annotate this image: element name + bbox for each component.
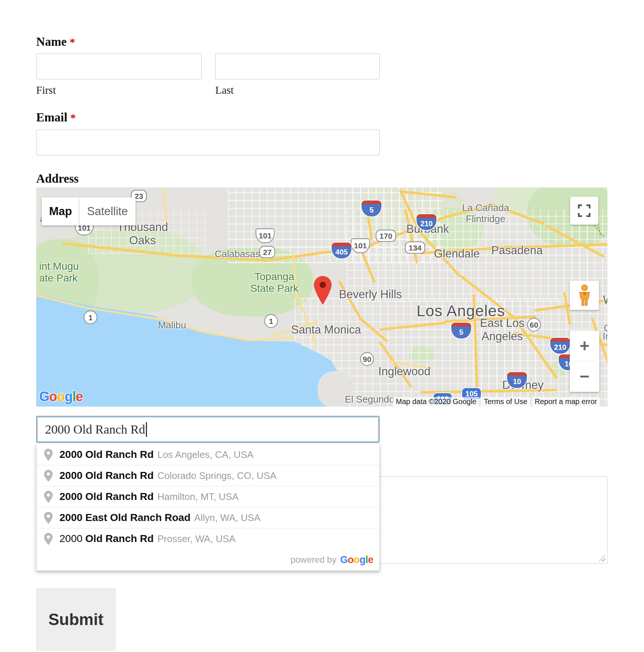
zoom-control: + − xyxy=(570,331,599,392)
name-field-label: Name* xyxy=(36,35,75,49)
places-autocomplete-dropdown: 2000 Old Ranch RdLos Angeles, CA, USA200… xyxy=(36,444,380,571)
address-input-value: 2000 Old Ranch Rd xyxy=(45,422,145,437)
suggestion-main-text: 2000 Old Ranch Rd xyxy=(59,470,154,482)
powered-by-google-row: powered by Google xyxy=(37,549,379,570)
autocomplete-suggestion[interactable]: 2000 Old Ranch RdProsser, WA, USA xyxy=(37,528,379,549)
suggestion-secondary-text: Prosser, WA, USA xyxy=(157,533,235,545)
fullscreen-button[interactable] xyxy=(570,197,598,225)
map-place-label: Topanga State Park xyxy=(250,271,299,294)
contact-form-page: Name* First Last Email* Address xyxy=(0,0,644,652)
suggestion-main-text: 2000 Old Ranch Rd xyxy=(59,491,154,503)
map-type-map-button[interactable]: Map xyxy=(42,197,79,225)
suggestion-secondary-text: Los Angeles, CA, USA xyxy=(157,449,253,460)
map-place-label: Santa Monica xyxy=(291,323,361,337)
address-field-label: Address xyxy=(36,172,79,186)
required-asterisk: * xyxy=(70,111,76,124)
pegman-icon xyxy=(577,284,592,307)
google-map[interactable]: 2310110127101170134405521051010210606051… xyxy=(36,187,607,407)
last-sublabel: Last xyxy=(215,84,234,96)
email-label-text: Email xyxy=(36,111,67,124)
map-place-label: East Los Angeles xyxy=(480,317,525,343)
report-map-error-link[interactable]: Report a map error xyxy=(532,397,600,407)
map-pin-icon xyxy=(44,449,53,461)
suggestion-secondary-text: Colorado Springs, CO, USA xyxy=(157,470,276,482)
suggestion-secondary-text: Allyn, WA, USA xyxy=(194,512,261,524)
email-field-label: Email* xyxy=(36,111,76,124)
map-place-label: W xyxy=(603,293,607,307)
suggestion-main-text: 2000 East Old Ranch Road xyxy=(59,512,191,524)
map-place-label: int Mugu ate Park xyxy=(39,261,79,284)
powered-by-text: powered by xyxy=(291,555,336,565)
route-shield-60: 60 xyxy=(527,318,541,332)
suggestion-secondary-text: Hamilton, MT, USA xyxy=(157,491,239,503)
map-pin-icon xyxy=(44,470,53,482)
google-map-logo[interactable]: Google xyxy=(39,389,83,404)
map-type-satellite-button[interactable]: Satellite xyxy=(79,197,136,225)
marker-pin-icon xyxy=(314,276,332,305)
suggestion-main-text: 2000 Old Ranch Rd xyxy=(59,533,154,545)
first-sublabel: First xyxy=(36,84,56,96)
textarea-resize-handle[interactable] xyxy=(599,555,605,562)
map-data-attribution: Map data ©2020 Google xyxy=(393,397,479,407)
map-tab-label: Map xyxy=(49,205,72,218)
satellite-tab-label: Satellite xyxy=(87,205,128,218)
terms-of-use-link[interactable]: Terms of Use xyxy=(481,397,530,407)
first-name-input[interactable] xyxy=(36,54,202,79)
map-pin-icon xyxy=(44,512,53,524)
route-shield-1: 1 xyxy=(84,311,97,324)
map-place-label: Inglewood xyxy=(378,365,430,378)
fullscreen-icon xyxy=(578,204,590,217)
map-pin-icon xyxy=(44,533,53,545)
route-shield-1: 1 xyxy=(264,314,278,328)
last-name-input[interactable] xyxy=(215,54,380,79)
zoom-out-button[interactable]: − xyxy=(570,361,599,391)
name-label-text: Name xyxy=(36,35,66,48)
map-attribution: Map data ©2020 Google Terms of Use Repor… xyxy=(393,397,600,407)
map-place-label: Beverly Hills xyxy=(339,288,402,301)
autocomplete-suggestion[interactable]: 2000 Old Ranch RdColorado Springs, CO, U… xyxy=(37,465,379,486)
email-input[interactable] xyxy=(36,130,380,155)
suggestion-main-text: 2000 Old Ranch Rd xyxy=(59,449,154,460)
google-logo: Google xyxy=(340,554,373,566)
autocomplete-suggestion[interactable]: 2000 Old Ranch RdLos Angeles, CA, USA xyxy=(37,444,379,465)
map-marker-pin[interactable] xyxy=(314,276,332,306)
autocomplete-items: 2000 Old Ranch RdLos Angeles, CA, USA200… xyxy=(37,444,379,549)
route-shield-90: 90 xyxy=(360,352,374,366)
map-place-label: In xyxy=(603,331,607,342)
pegman-control[interactable] xyxy=(570,281,599,310)
text-caret xyxy=(146,422,147,437)
zoom-out-label: − xyxy=(580,366,590,386)
address-autocomplete-input[interactable]: 2000 Old Ranch Rd xyxy=(36,416,380,443)
map-place-label: Glendale xyxy=(434,247,480,261)
map-place-label: La Cañada Flintridge xyxy=(462,203,509,225)
autocomplete-suggestion[interactable]: 2000 East Old Ranch RoadAllyn, WA, USA xyxy=(37,507,379,528)
route-shield-27: 27 xyxy=(259,246,275,258)
zoom-in-label: + xyxy=(580,336,590,356)
map-pin-icon xyxy=(44,491,53,503)
autocomplete-suggestion[interactable]: 2000 Old Ranch RdHamilton, MT, USA xyxy=(37,486,379,507)
required-asterisk: * xyxy=(69,36,75,48)
map-place-label: Pasadena xyxy=(491,244,543,257)
submit-label: Submit xyxy=(48,610,103,629)
map-place-label: Malibu xyxy=(158,320,186,331)
zoom-in-button[interactable]: + xyxy=(570,331,599,361)
submit-button[interactable]: Submit xyxy=(36,589,116,651)
map-place-label: Calabasas xyxy=(215,249,260,260)
route-shield-134: 134 xyxy=(405,242,425,254)
map-place-label: El Segundo xyxy=(345,394,394,405)
route-shield-170: 170 xyxy=(376,230,396,242)
